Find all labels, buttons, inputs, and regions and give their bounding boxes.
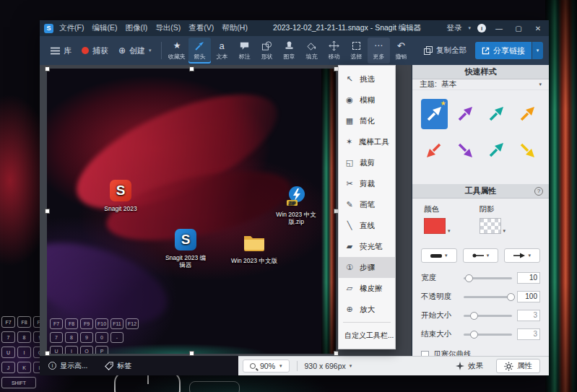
caret-down-icon[interactable]: ▾: [448, 228, 451, 234]
style-arrow-red[interactable]: [421, 135, 448, 165]
menu-item-pen[interactable]: ✎ 画笔: [339, 194, 395, 215]
line-start-dropdown[interactable]: ▾: [463, 248, 499, 263]
help-icon[interactable]: ?: [534, 187, 543, 196]
toolbar: 库 捕获 ⊕ 创建 ▾ ★ 收藏夹 箭头 a 文本: [40, 36, 549, 65]
tool-arrow[interactable]: 箭头: [188, 38, 211, 64]
menu-item-magic-wand[interactable]: ✶ 魔棒工具: [339, 131, 395, 152]
style-arrow-teal-2[interactable]: [483, 135, 510, 165]
capture-button[interactable]: 捕获: [77, 40, 113, 61]
key-cap: U: [1, 347, 15, 358]
effects-button[interactable]: 效果: [450, 360, 489, 373]
style-arrow-purple[interactable]: [452, 99, 479, 129]
key-cap: 7: [1, 331, 15, 343]
key-cap: P: [95, 346, 108, 354]
tag-icon: [105, 362, 113, 370]
maximize-button[interactable]: ▢: [512, 25, 525, 32]
info-icon[interactable]: i: [477, 24, 486, 32]
menu-edit[interactable]: 编辑(E): [92, 23, 117, 33]
quick-styles-header[interactable]: 快速样式: [412, 65, 549, 79]
end-size-slider[interactable]: [464, 334, 512, 336]
theme-select[interactable]: 主题: 基本 ▾: [412, 79, 549, 90]
key-cap: 0: [95, 332, 108, 343]
desktop-icon-win-zip: ZIP Win 2023 中文版.zip: [273, 184, 319, 225]
tool-undo[interactable]: ↶ 撤销: [390, 38, 412, 64]
copy-all-button[interactable]: 复制全部: [418, 45, 472, 56]
style-arrow-purple-2[interactable]: [452, 135, 479, 165]
tool-favorites[interactable]: ★ 收藏夹: [166, 38, 188, 64]
menu-export[interactable]: 导出(S): [155, 23, 181, 33]
properties-button[interactable]: 属性: [496, 359, 540, 373]
canvas-size-control[interactable]: 930 x 696px ▾: [305, 362, 352, 370]
menu-item-highlighter[interactable]: ▰ 荧光笔: [339, 236, 395, 257]
opacity-value[interactable]: 100: [517, 291, 540, 302]
menu-item-blur[interactable]: ◉ 模糊: [339, 90, 395, 110]
opacity-slider[interactable]: [464, 296, 512, 298]
tool-text[interactable]: a 文本: [211, 38, 233, 64]
resize-handle[interactable]: [334, 351, 339, 356]
line-end-dropdown[interactable]: ▾: [504, 248, 540, 263]
menu-item-pick[interactable]: ↖ 挑选: [339, 69, 395, 90]
menu-item-magnify[interactable]: ⊕ 放大: [339, 299, 395, 320]
library-button[interactable]: 库: [45, 40, 77, 61]
menu-image[interactable]: 图像(I): [125, 23, 147, 33]
tray-toggle[interactable]: i 显示高...: [48, 361, 87, 371]
style-arrow-orange[interactable]: [513, 99, 540, 129]
tags-button[interactable]: 标签: [105, 361, 131, 371]
tool-stamp[interactable]: 图章: [278, 38, 300, 64]
menu-view[interactable]: 查看(V): [188, 23, 214, 33]
menu-item-crop[interactable]: ◱ 裁剪: [339, 152, 395, 173]
tool-callout[interactable]: 标注: [233, 38, 256, 64]
tool-selection[interactable]: 选择: [345, 38, 368, 64]
snagit-app-icon: S: [110, 180, 131, 201]
line-icon: ╲: [344, 221, 355, 230]
slider-thumb[interactable]: [507, 293, 515, 301]
width-slider[interactable]: [464, 277, 512, 279]
tool-move[interactable]: 移动: [323, 38, 345, 64]
slider-thumb[interactable]: [470, 312, 478, 320]
menu-item-line[interactable]: ╲ 直线: [339, 215, 395, 236]
resize-handle[interactable]: [45, 209, 50, 214]
menu-item-eraser[interactable]: ▱ 橡皮擦: [339, 278, 395, 299]
close-button[interactable]: ✕: [532, 25, 545, 32]
start-size-value[interactable]: 3: [517, 310, 540, 321]
start-size-slider[interactable]: [464, 315, 512, 317]
key-cap: O: [80, 346, 93, 354]
zoom-control[interactable]: 90% ▾: [243, 360, 290, 373]
tool-fill[interactable]: 填充: [300, 38, 323, 64]
menu-file[interactable]: 文件(F): [59, 23, 84, 33]
width-value[interactable]: 10: [517, 272, 540, 284]
menu-item-step[interactable]: ① 步骤: [339, 257, 395, 278]
share-dropdown-button[interactable]: ▾: [532, 42, 543, 59]
line-style-dropdown[interactable]: ▾: [421, 248, 457, 263]
tool-more[interactable]: ⋯ 更多: [368, 38, 390, 64]
menu-item-simplify[interactable]: ▦ 简化: [339, 110, 395, 131]
minimize-button[interactable]: —: [493, 25, 506, 32]
key-cap: F11: [110, 318, 123, 329]
end-size-value[interactable]: 3: [517, 328, 540, 340]
shadow-swatch[interactable]: [480, 218, 501, 234]
style-arrow-teal[interactable]: [483, 99, 510, 129]
sign-in-button[interactable]: 登录: [446, 23, 461, 33]
slider-thumb[interactable]: [470, 331, 478, 339]
color-swatch[interactable]: [424, 218, 446, 234]
menu-item-customize-toolbar[interactable]: 自定义工具栏...: [339, 325, 395, 346]
tool-properties-header[interactable]: 工具属性 ?: [412, 184, 549, 199]
create-button[interactable]: ⊕ 创建 ▾: [113, 40, 157, 61]
resize-handle[interactable]: [189, 66, 194, 71]
resize-handle[interactable]: [45, 351, 50, 356]
caret-down-icon[interactable]: ▾: [503, 228, 506, 234]
resize-handle[interactable]: [45, 66, 50, 71]
captured-image[interactable]: F7 F8 F9 F10 F11 F12 7 8 9 0 -: [47, 69, 336, 354]
tool-shapes[interactable]: 形状: [256, 38, 278, 64]
style-arrow-yellow[interactable]: [513, 135, 540, 165]
share-icon: [482, 47, 490, 55]
share-link-button[interactable]: 分享链接: [475, 42, 532, 59]
caret-down-icon[interactable]: ▾: [468, 25, 471, 31]
style-arrow-blue-selected[interactable]: ★: [421, 99, 448, 129]
slider-thumb[interactable]: [465, 274, 473, 282]
resize-handle[interactable]: [189, 351, 194, 356]
captured-keyboard-art: F7 F8 F9 F10 F11 F12 7 8 9 0 -: [50, 318, 139, 354]
fill-icon: [306, 40, 317, 51]
menu-help[interactable]: 帮助(H): [222, 23, 248, 33]
menu-item-cut[interactable]: ✂ 剪裁: [339, 173, 395, 194]
